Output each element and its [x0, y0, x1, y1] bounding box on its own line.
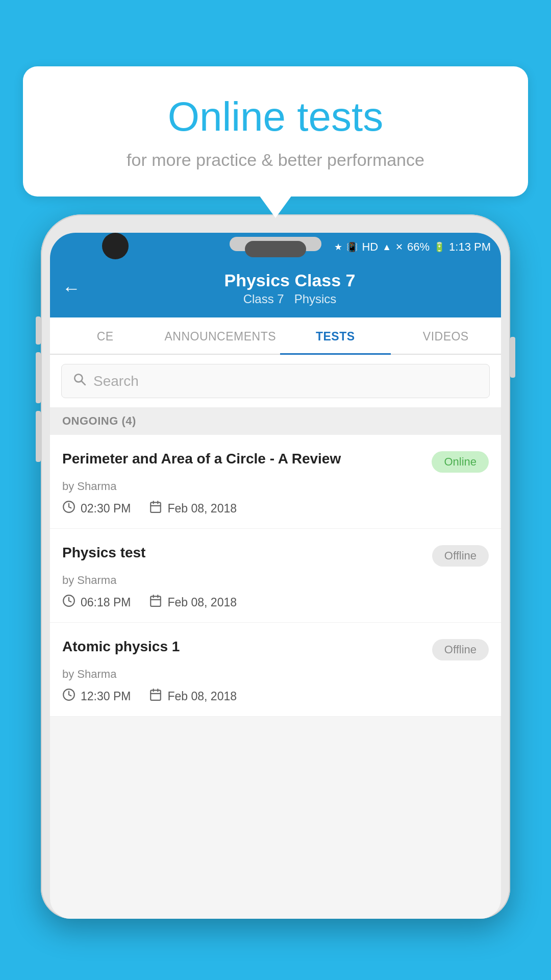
- bluetooth-icon: ★: [334, 241, 342, 253]
- section-label: ONGOING (4): [62, 414, 136, 427]
- test-meta-1: 02:30 PM Feb 08, 2018: [62, 500, 489, 517]
- search-placeholder: Search: [93, 373, 139, 389]
- phone-frame: ★ 📳 HD ▲ ✕ 66% 🔋 1:13 PM ← Physics Class…: [41, 214, 510, 980]
- section-header: ONGOING (4): [50, 407, 501, 435]
- phone-camera: [102, 233, 129, 259]
- calendar-icon-2: [149, 594, 162, 611]
- back-button[interactable]: ←: [62, 278, 81, 299]
- phone-side-btn-left3: [36, 411, 41, 462]
- tab-announcements[interactable]: ANNOUNCEMENTS: [160, 317, 280, 354]
- tab-ce[interactable]: CE: [50, 317, 160, 354]
- test-date-value-3: Feb 08, 2018: [167, 690, 237, 703]
- search-icon: [73, 373, 86, 389]
- vibrate-icon: 📳: [346, 241, 358, 253]
- test-date-3: Feb 08, 2018: [149, 688, 237, 705]
- svg-rect-3: [151, 502, 161, 512]
- svg-rect-8: [151, 596, 161, 606]
- test-date-value-1: Feb 08, 2018: [167, 502, 237, 516]
- tab-videos[interactable]: VIDEOS: [391, 317, 501, 354]
- phone-side-btn-left2: [36, 352, 41, 403]
- status-badge-2: Offline: [432, 545, 489, 567]
- test-author-1: by Sharma: [62, 480, 489, 493]
- test-time-value-3: 12:30 PM: [81, 690, 131, 703]
- tabs-bar: CE ANNOUNCEMENTS TESTS VIDEOS: [50, 317, 501, 355]
- battery-level: 66%: [407, 240, 430, 254]
- search-container: Search: [50, 355, 501, 407]
- test-time-value-1: 02:30 PM: [81, 502, 131, 516]
- search-bar[interactable]: Search: [61, 364, 490, 398]
- status-badge-3: Offline: [432, 639, 489, 660]
- app-bar-title: Physics Class 7: [91, 271, 489, 290]
- wifi-icon: ▲: [382, 242, 391, 253]
- test-author-2: by Sharma: [62, 574, 489, 587]
- clock-icon-1: [62, 500, 76, 517]
- signal-icon: ✕: [395, 241, 403, 253]
- test-meta-2: 06:18 PM Feb 08, 2018: [62, 594, 489, 611]
- status-badge-1: Online: [432, 451, 489, 473]
- calendar-icon-1: [149, 500, 162, 517]
- test-date-1: Feb 08, 2018: [149, 500, 237, 517]
- test-time-2: 06:18 PM: [62, 594, 131, 611]
- subtitle-class: Class 7: [243, 292, 284, 306]
- phone-side-btn-right: [510, 337, 515, 378]
- app-bar: ← Physics Class 7 Class 7 Physics: [50, 261, 501, 317]
- test-title-3: Atomic physics 1: [62, 637, 432, 656]
- clock-icon-2: [62, 594, 76, 611]
- clock-icon-3: [62, 688, 76, 705]
- test-item-1[interactable]: Perimeter and Area of a Circle - A Revie…: [50, 435, 501, 529]
- bubble-title: Online tests: [54, 94, 497, 139]
- tab-tests[interactable]: TESTS: [280, 317, 390, 354]
- test-author-3: by Sharma: [62, 668, 489, 681]
- test-date-2: Feb 08, 2018: [149, 594, 237, 611]
- test-time-value-2: 06:18 PM: [81, 596, 131, 609]
- hd-label: HD: [362, 240, 378, 254]
- phone-side-btn-left1: [36, 316, 41, 345]
- app-bar-titles: Physics Class 7 Class 7 Physics: [91, 271, 489, 306]
- test-time-3: 12:30 PM: [62, 688, 131, 705]
- bubble-subtitle: for more practice & better performance: [54, 149, 497, 171]
- test-item-2[interactable]: Physics test Offline by Sharma 06:18 PM: [50, 529, 501, 623]
- svg-rect-13: [151, 690, 161, 700]
- app-bar-subtitle: Class 7 Physics: [91, 292, 489, 306]
- calendar-icon-3: [149, 688, 162, 705]
- phone-screen: ★ 📳 HD ▲ ✕ 66% 🔋 1:13 PM ← Physics Class…: [50, 233, 501, 919]
- phone-button: [245, 241, 306, 257]
- test-date-value-2: Feb 08, 2018: [167, 596, 237, 609]
- test-meta-3: 12:30 PM Feb 08, 2018: [62, 688, 489, 705]
- status-icons: ★ 📳 HD ▲ ✕ 66% 🔋 1:13 PM: [334, 240, 491, 254]
- svg-line-1: [82, 381, 85, 385]
- subtitle-subject: Physics: [294, 292, 337, 306]
- clock: 1:13 PM: [449, 240, 491, 254]
- test-item-3[interactable]: Atomic physics 1 Offline by Sharma 12:30…: [50, 623, 501, 717]
- test-title-2: Physics test: [62, 543, 432, 562]
- battery-icon: 🔋: [434, 241, 445, 253]
- speech-bubble: Online tests for more practice & better …: [23, 66, 528, 197]
- test-time-1: 02:30 PM: [62, 500, 131, 517]
- test-title-1: Perimeter and Area of a Circle - A Revie…: [62, 449, 432, 469]
